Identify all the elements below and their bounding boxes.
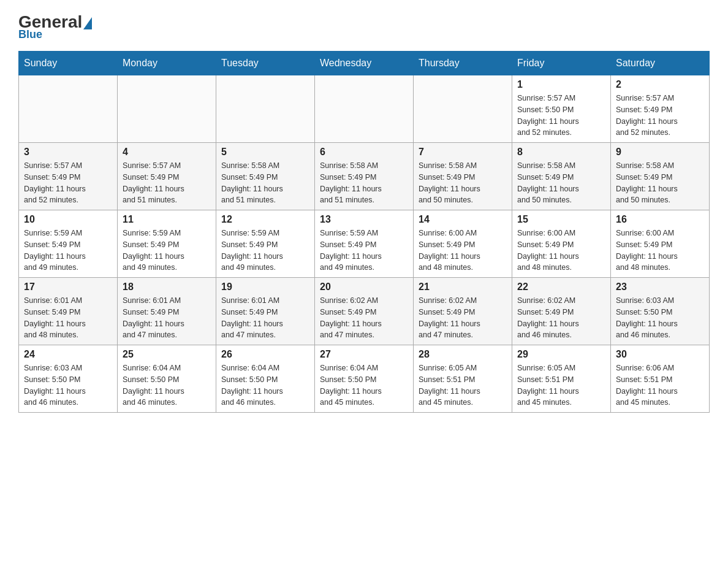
day-info: Sunrise: 6:01 AMSunset: 5:49 PMDaylight:… <box>123 295 211 341</box>
day-info: Sunrise: 5:59 AMSunset: 5:49 PMDaylight:… <box>320 228 408 274</box>
day-info: Sunrise: 5:59 AMSunset: 5:49 PMDaylight:… <box>24 228 112 274</box>
day-info: Sunrise: 6:01 AMSunset: 5:49 PMDaylight:… <box>24 295 112 341</box>
day-number: 17 <box>24 282 112 293</box>
day-number: 7 <box>419 147 507 158</box>
day-number: 30 <box>616 349 704 360</box>
day-number: 23 <box>616 282 704 293</box>
calendar-cell: 19Sunrise: 6:01 AMSunset: 5:49 PMDayligh… <box>216 278 315 345</box>
day-number: 21 <box>419 282 507 293</box>
calendar-cell: 23Sunrise: 6:03 AMSunset: 5:50 PMDayligh… <box>611 278 710 345</box>
calendar-table: Sunday Monday Tuesday Wednesday Thursday… <box>18 51 710 413</box>
calendar-cell: 2Sunrise: 5:57 AMSunset: 5:49 PMDaylight… <box>611 75 710 143</box>
day-info: Sunrise: 5:58 AMSunset: 5:49 PMDaylight:… <box>419 160 507 206</box>
day-info: Sunrise: 6:00 AMSunset: 5:49 PMDaylight:… <box>517 228 605 274</box>
day-number: 26 <box>221 349 309 360</box>
day-info: Sunrise: 5:59 AMSunset: 5:49 PMDaylight:… <box>123 228 211 274</box>
day-info: Sunrise: 5:58 AMSunset: 5:49 PMDaylight:… <box>320 160 408 206</box>
calendar-cell: 6Sunrise: 5:58 AMSunset: 5:49 PMDaylight… <box>315 143 414 210</box>
logo-arrow-icon <box>83 17 92 29</box>
day-info: Sunrise: 6:04 AMSunset: 5:50 PMDaylight:… <box>320 362 408 408</box>
day-info: Sunrise: 6:04 AMSunset: 5:50 PMDaylight:… <box>221 362 309 408</box>
day-number: 5 <box>221 147 309 158</box>
day-number: 6 <box>320 147 408 158</box>
calendar-cell: 4Sunrise: 5:57 AMSunset: 5:49 PMDaylight… <box>118 143 216 210</box>
day-info: Sunrise: 5:58 AMSunset: 5:49 PMDaylight:… <box>221 160 309 206</box>
day-number: 18 <box>123 282 211 293</box>
day-number: 27 <box>320 349 408 360</box>
header-tuesday: Tuesday <box>216 52 315 75</box>
calendar-cell: 8Sunrise: 5:58 AMSunset: 5:49 PMDaylight… <box>512 143 611 210</box>
calendar-cell: 1Sunrise: 5:57 AMSunset: 5:50 PMDaylight… <box>512 75 611 143</box>
day-info: Sunrise: 5:59 AMSunset: 5:49 PMDaylight:… <box>221 228 309 274</box>
day-number: 4 <box>123 147 211 158</box>
day-number: 8 <box>517 147 605 158</box>
calendar-cell: 26Sunrise: 6:04 AMSunset: 5:50 PMDayligh… <box>216 345 315 413</box>
header-saturday: Saturday <box>611 52 710 75</box>
calendar-week-row: 10Sunrise: 5:59 AMSunset: 5:49 PMDayligh… <box>19 210 710 278</box>
calendar-cell: 7Sunrise: 5:58 AMSunset: 5:49 PMDaylight… <box>414 143 512 210</box>
logo: General Blue <box>18 12 93 41</box>
day-info: Sunrise: 6:00 AMSunset: 5:49 PMDaylight:… <box>616 228 704 274</box>
day-info: Sunrise: 6:02 AMSunset: 5:49 PMDaylight:… <box>419 295 507 341</box>
day-number: 11 <box>123 214 211 225</box>
day-info: Sunrise: 6:05 AMSunset: 5:51 PMDaylight:… <box>419 362 507 408</box>
day-info: Sunrise: 6:03 AMSunset: 5:50 PMDaylight:… <box>24 362 112 408</box>
calendar-cell: 20Sunrise: 6:02 AMSunset: 5:49 PMDayligh… <box>315 278 414 345</box>
day-number: 15 <box>517 214 605 225</box>
calendar-week-row: 3Sunrise: 5:57 AMSunset: 5:49 PMDaylight… <box>19 143 710 210</box>
calendar-cell: 24Sunrise: 6:03 AMSunset: 5:50 PMDayligh… <box>19 345 118 413</box>
day-info: Sunrise: 6:06 AMSunset: 5:51 PMDaylight:… <box>616 362 704 408</box>
day-info: Sunrise: 5:57 AMSunset: 5:49 PMDaylight:… <box>616 93 704 139</box>
day-number: 16 <box>616 214 704 225</box>
calendar-cell: 5Sunrise: 5:58 AMSunset: 5:49 PMDaylight… <box>216 143 315 210</box>
day-info: Sunrise: 6:02 AMSunset: 5:49 PMDaylight:… <box>320 295 408 341</box>
day-info: Sunrise: 6:01 AMSunset: 5:49 PMDaylight:… <box>221 295 309 341</box>
day-number: 28 <box>419 349 507 360</box>
day-number: 2 <box>616 79 704 90</box>
day-number: 10 <box>24 214 112 225</box>
calendar-cell: 10Sunrise: 5:59 AMSunset: 5:49 PMDayligh… <box>19 210 118 278</box>
day-number: 14 <box>419 214 507 225</box>
day-info: Sunrise: 5:58 AMSunset: 5:49 PMDaylight:… <box>616 160 704 206</box>
day-number: 19 <box>221 282 309 293</box>
day-number: 3 <box>24 147 112 158</box>
day-info: Sunrise: 6:05 AMSunset: 5:51 PMDaylight:… <box>517 362 605 408</box>
calendar-cell: 11Sunrise: 5:59 AMSunset: 5:49 PMDayligh… <box>118 210 216 278</box>
day-number: 13 <box>320 214 408 225</box>
calendar-cell <box>414 75 512 143</box>
day-info: Sunrise: 5:57 AMSunset: 5:50 PMDaylight:… <box>517 93 605 139</box>
day-number: 22 <box>517 282 605 293</box>
day-number: 29 <box>517 349 605 360</box>
calendar-week-row: 24Sunrise: 6:03 AMSunset: 5:50 PMDayligh… <box>19 345 710 413</box>
day-info: Sunrise: 6:03 AMSunset: 5:50 PMDaylight:… <box>616 295 704 341</box>
page-header: General Blue <box>18 12 710 41</box>
day-number: 12 <box>221 214 309 225</box>
calendar-cell: 30Sunrise: 6:06 AMSunset: 5:51 PMDayligh… <box>611 345 710 413</box>
header-friday: Friday <box>512 52 611 75</box>
day-info: Sunrise: 5:58 AMSunset: 5:49 PMDaylight:… <box>517 160 605 206</box>
day-info: Sunrise: 6:00 AMSunset: 5:49 PMDaylight:… <box>419 228 507 274</box>
header-monday: Monday <box>118 52 216 75</box>
calendar-cell: 22Sunrise: 6:02 AMSunset: 5:49 PMDayligh… <box>512 278 611 345</box>
calendar-week-row: 17Sunrise: 6:01 AMSunset: 5:49 PMDayligh… <box>19 278 710 345</box>
day-number: 20 <box>320 282 408 293</box>
calendar-cell: 13Sunrise: 5:59 AMSunset: 5:49 PMDayligh… <box>315 210 414 278</box>
header-sunday: Sunday <box>19 52 118 75</box>
logo-blue-text: Blue <box>18 28 42 41</box>
calendar-cell: 29Sunrise: 6:05 AMSunset: 5:51 PMDayligh… <box>512 345 611 413</box>
calendar-cell: 25Sunrise: 6:04 AMSunset: 5:50 PMDayligh… <box>118 345 216 413</box>
calendar-cell: 18Sunrise: 6:01 AMSunset: 5:49 PMDayligh… <box>118 278 216 345</box>
calendar-cell: 27Sunrise: 6:04 AMSunset: 5:50 PMDayligh… <box>315 345 414 413</box>
header-thursday: Thursday <box>414 52 512 75</box>
calendar-week-row: 1Sunrise: 5:57 AMSunset: 5:50 PMDaylight… <box>19 75 710 143</box>
calendar-cell: 3Sunrise: 5:57 AMSunset: 5:49 PMDaylight… <box>19 143 118 210</box>
day-number: 9 <box>616 147 704 158</box>
day-number: 25 <box>123 349 211 360</box>
day-number: 24 <box>24 349 112 360</box>
calendar-cell: 14Sunrise: 6:00 AMSunset: 5:49 PMDayligh… <box>414 210 512 278</box>
day-info: Sunrise: 5:57 AMSunset: 5:49 PMDaylight:… <box>24 160 112 206</box>
calendar-cell <box>118 75 216 143</box>
calendar-cell: 21Sunrise: 6:02 AMSunset: 5:49 PMDayligh… <box>414 278 512 345</box>
calendar-cell <box>216 75 315 143</box>
calendar-cell <box>315 75 414 143</box>
